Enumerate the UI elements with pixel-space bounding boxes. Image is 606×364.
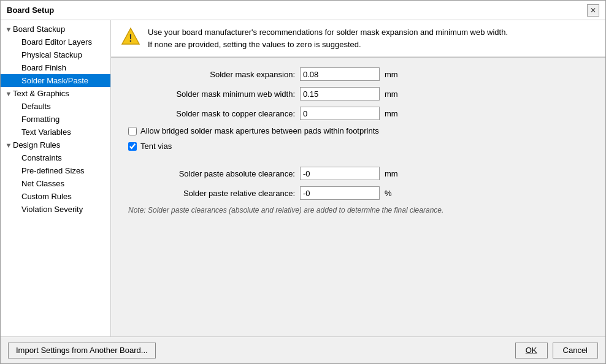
tent-vias-label[interactable]: Tent vias xyxy=(140,142,172,151)
sidebar-label-board-editor-layers: Board Editor Layers xyxy=(21,37,92,47)
form-area: Solder mask expansion: mm Solder mask mi… xyxy=(111,58,605,336)
sidebar-item-pre-defined-sizes[interactable]: Pre-defined Sizes xyxy=(1,164,110,177)
solder-mask-copper-input[interactable] xyxy=(300,107,380,120)
sidebar-label-text-variables: Text Variables xyxy=(21,127,71,137)
solder-paste-abs-unit: mm xyxy=(385,169,403,178)
sidebar-label-solder-mask-paste: Solder Mask/Paste xyxy=(21,76,88,85)
sidebar-item-physical-stackup[interactable]: Physical Stackup xyxy=(1,48,110,61)
solder-mask-min-web-label: Solder mask minimum web width: xyxy=(123,89,295,99)
sidebar-label-defaults: Defaults xyxy=(21,102,51,111)
sidebar-item-design-rules[interactable]: ▼Design Rules xyxy=(1,138,110,151)
sidebar-item-board-editor-layers[interactable]: Board Editor Layers xyxy=(1,36,110,48)
import-button[interactable]: Import Settings from Another Board... xyxy=(8,343,156,358)
sidebar: ▼Board StackupBoard Editor LayersPhysica… xyxy=(1,20,111,336)
sidebar-item-constraints[interactable]: Constraints xyxy=(1,151,110,164)
sidebar-label-formatting: Formatting xyxy=(21,115,59,124)
tent-vias-row: Tent vias xyxy=(123,142,593,151)
sidebar-item-formatting[interactable]: Formatting xyxy=(1,113,110,126)
cancel-button[interactable]: Cancel xyxy=(553,343,598,358)
solder-mask-min-web-input[interactable] xyxy=(300,87,380,100)
sidebar-item-board-stackup[interactable]: ▼Board Stackup xyxy=(1,23,110,36)
sidebar-label-custom-rules: Custom Rules xyxy=(21,192,72,201)
sidebar-label-violation-severity: Violation Severity xyxy=(21,205,83,214)
expander-icon-board-stackup: ▼ xyxy=(4,26,13,33)
solder-mask-min-web-unit: mm xyxy=(385,89,403,99)
sidebar-item-board-finish[interactable]: Board Finish xyxy=(1,61,110,74)
dialog-title: Board Setup xyxy=(7,6,54,15)
solder-mask-copper-row: Solder mask to copper clearance: mm xyxy=(123,107,593,120)
sidebar-label-board-stackup: Board Stackup xyxy=(13,25,65,34)
warning-line2: If none are provided, setting the values… xyxy=(148,39,508,51)
footer-left: Import Settings from Another Board... xyxy=(8,343,156,358)
footer: Import Settings from Another Board... OK… xyxy=(1,336,605,363)
sidebar-label-text-graphics: Text & Graphics xyxy=(13,89,69,98)
note-text: Note: Solder paste clearances (absolute … xyxy=(123,206,593,214)
sidebar-label-physical-stackup: Physical Stackup xyxy=(21,50,82,59)
title-bar: Board Setup ✕ xyxy=(1,1,605,20)
solder-mask-expansion-unit: mm xyxy=(385,70,403,79)
sidebar-label-net-classes: Net Classes xyxy=(21,179,64,188)
footer-right: OK Cancel xyxy=(515,343,598,358)
solder-paste-rel-row: Solder paste relative clearance: % xyxy=(123,186,593,200)
solder-mask-expansion-row: Solder mask expansion: mm xyxy=(123,67,593,81)
solder-paste-rel-input[interactable] xyxy=(300,186,380,200)
sidebar-item-text-variables[interactable]: Text Variables xyxy=(1,126,110,138)
warning-banner: ! Use your board manufacturer's recommen… xyxy=(111,20,605,57)
solder-mask-min-web-row: Solder mask minimum web width: mm xyxy=(123,87,593,100)
sidebar-label-pre-defined-sizes: Pre-defined Sizes xyxy=(21,166,85,175)
dialog-content: ▼Board StackupBoard Editor LayersPhysica… xyxy=(1,20,605,336)
close-button[interactable]: ✕ xyxy=(587,4,599,17)
main-panel: ! Use your board manufacturer's recommen… xyxy=(111,20,605,336)
solder-paste-rel-label: Solder paste relative clearance: xyxy=(123,189,295,198)
tent-vias-checkbox[interactable] xyxy=(128,142,137,151)
sidebar-item-custom-rules[interactable]: Custom Rules xyxy=(1,190,110,203)
svg-text:!: ! xyxy=(129,33,132,44)
ok-button[interactable]: OK xyxy=(515,343,548,358)
solder-mask-expansion-label: Solder mask expansion: xyxy=(123,70,295,79)
solder-mask-copper-unit: mm xyxy=(385,109,403,118)
solder-mask-copper-label: Solder mask to copper clearance: xyxy=(123,109,295,118)
warning-icon: ! xyxy=(121,26,140,46)
expander-icon-design-rules: ▼ xyxy=(4,142,13,149)
allow-bridged-row: Allow bridged solder mask apertures betw… xyxy=(123,126,593,135)
warning-line1: Use your board manufacturer's recommenda… xyxy=(148,26,508,39)
expander-icon-text-graphics: ▼ xyxy=(4,90,13,97)
board-setup-dialog: Board Setup ✕ ▼Board StackupBoard Editor… xyxy=(0,0,606,364)
sidebar-label-constraints: Constraints xyxy=(21,153,62,162)
solder-mask-expansion-input[interactable] xyxy=(300,67,380,81)
sidebar-item-defaults[interactable]: Defaults xyxy=(1,100,110,113)
solder-paste-rel-unit: % xyxy=(385,189,403,198)
sidebar-item-text-graphics[interactable]: ▼Text & Graphics xyxy=(1,87,110,100)
allow-bridged-label[interactable]: Allow bridged solder mask apertures betw… xyxy=(140,126,379,135)
sidebar-item-violation-severity[interactable]: Violation Severity xyxy=(1,203,110,216)
sidebar-item-net-classes[interactable]: Net Classes xyxy=(1,177,110,190)
solder-paste-abs-label: Solder paste absolute clearance: xyxy=(123,169,295,178)
warning-text: Use your board manufacturer's recommenda… xyxy=(148,26,508,50)
allow-bridged-checkbox[interactable] xyxy=(128,127,137,135)
solder-paste-abs-row: Solder paste absolute clearance: mm xyxy=(123,167,593,180)
sidebar-label-board-finish: Board Finish xyxy=(21,63,66,72)
section-gap xyxy=(123,157,593,167)
sidebar-item-solder-mask-paste[interactable]: Solder Mask/Paste xyxy=(1,74,110,87)
solder-paste-abs-input[interactable] xyxy=(300,167,380,180)
sidebar-label-design-rules: Design Rules xyxy=(13,140,60,150)
